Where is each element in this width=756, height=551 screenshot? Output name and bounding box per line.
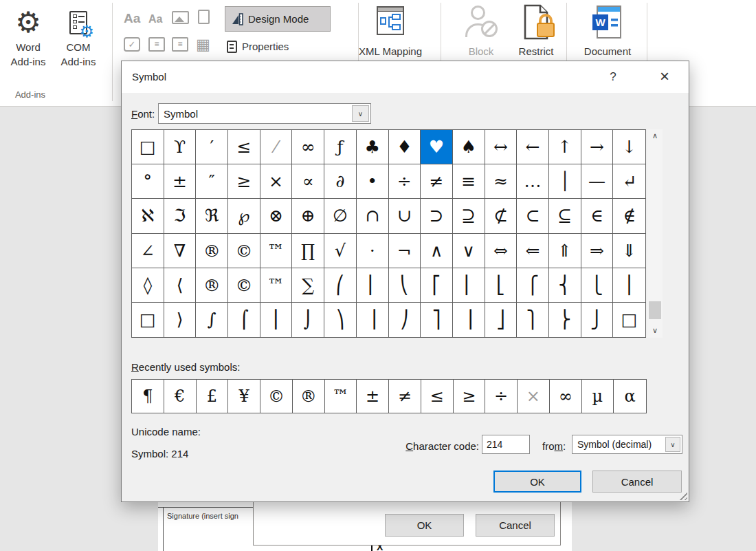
recent-symbol-cell[interactable]: µ [582,380,614,413]
symbol-cell[interactable]: • [357,164,389,199]
symbol-cell[interactable]: … [517,164,549,199]
symbol-cell[interactable]: ⎭ [581,303,614,337]
document-template-label[interactable]: Document [577,45,638,57]
symbol-cell[interactable]: ϒ [164,130,197,164]
symbol-cell[interactable]: □ [613,303,645,337]
symbol-cell[interactable]: ⊄ [485,199,518,233]
symbol-cell[interactable]: ⟩ [164,303,197,337]
symbol-cell[interactable]: ⇔ [485,234,518,268]
symbol-cell[interactable]: ⎢ [453,268,485,303]
symbol-cell[interactable]: ∫ [196,303,228,337]
building-block-gallery-icon[interactable] [198,10,210,24]
checkbox-content-control-icon[interactable]: ✓ [124,37,140,52]
recent-symbol-cell[interactable]: ≥ [454,380,486,413]
symbol-cell[interactable]: ′ [196,130,228,164]
symbol-cell[interactable]: ⇐ [517,234,549,268]
symbol-cell[interactable]: ∪ [389,199,421,233]
symbol-cell[interactable]: ∇ [164,234,197,268]
symbol-cell[interactable]: □ [132,130,164,164]
symbol-cell[interactable]: ⎫ [517,303,549,337]
recent-symbol-cell[interactable]: ÷ [485,380,518,413]
symbol-cell[interactable]: ℵ [132,199,164,233]
symbol-cell[interactable]: ⎟ [357,303,389,337]
symbol-cell[interactable]: ⁄ [260,130,293,164]
symbol-cell[interactable]: ℑ [164,199,197,233]
symbol-cell[interactable]: ® [196,268,228,303]
com-addins-button[interactable]: ⚙ COM Add-ins [54,6,103,69]
chevron-down-icon[interactable]: ∨ [352,105,369,122]
close-icon[interactable]: × [655,67,674,86]
date-picker-content-control-icon[interactable]: ▦ [196,36,210,53]
symbol-cell[interactable]: — [581,164,614,199]
symbol-cell[interactable]: ♦ [389,130,421,164]
restrict-editing-label[interactable]: Restrict [514,45,558,57]
symbol-cell[interactable]: ≥ [228,164,260,199]
symbol-cell[interactable]: ⇒ [581,234,614,268]
symbol-cell[interactable]: ♠ [453,130,485,164]
symbol-cell[interactable]: ⇓ [613,234,645,268]
rich-text-content-control-icon[interactable]: Aa [124,11,140,26]
symbol-cell[interactable]: ⌡ [292,303,324,337]
symbol-cell[interactable]: ⎥ [453,303,485,337]
symbol-cell[interactable]: ∈ [581,199,614,233]
symbol-cell[interactable]: ∠ [132,234,164,268]
symbol-cell[interactable]: ♣ [357,130,389,164]
recent-symbol-cell[interactable]: £ [197,380,229,413]
symbol-cell[interactable]: ∑ [292,268,324,303]
recent-symbol-cell[interactable]: × [518,380,550,413]
cancel-button[interactable]: Cancel [592,471,682,493]
grid-scrollbar[interactable]: ∧ ∨ [647,129,663,338]
character-code-input[interactable] [482,435,530,454]
scroll-up-icon[interactable]: ∧ [647,129,663,143]
design-mode-button[interactable]: Design Mode [225,6,331,32]
symbol-cell[interactable]: ™ [260,234,293,268]
symbol-cell[interactable]: ⟨ [164,268,197,303]
recent-symbol-cell[interactable]: € [164,380,197,413]
symbol-cell[interactable]: ⎧ [517,268,549,303]
symbol-cell[interactable]: ™ [260,268,293,303]
symbol-cell[interactable]: ⊃ [421,199,453,233]
symbol-cell[interactable]: ⋅ [357,234,389,268]
symbol-cell[interactable]: © [228,234,260,268]
recent-symbol-cell[interactable]: ≠ [389,380,421,413]
recent-symbol-cell[interactable]: ™ [325,380,357,413]
symbol-cell[interactable]: ⎡ [421,268,453,303]
symbol-cell[interactable]: ≠ [421,164,453,199]
picture-content-control-icon[interactable] [172,11,189,24]
plain-text-content-control-icon[interactable]: Aa [148,13,162,25]
symbol-cell[interactable]: → [581,130,614,164]
symbol-cell[interactable]: ∅ [324,199,357,233]
symbol-cell[interactable]: ⎩ [581,268,614,303]
symbol-cell[interactable]: ⊂ [517,199,549,233]
help-icon[interactable]: ? [605,69,621,85]
symbol-cell[interactable]: ⎣ [485,268,518,303]
ok-button[interactable]: OK [493,471,581,493]
symbol-cell[interactable]: ⊕ [292,199,324,233]
dropdown-list-content-control-icon[interactable]: ≡ [172,37,188,52]
properties-button[interactable]: Properties [227,37,330,56]
symbol-cell[interactable]: ⎦ [485,303,518,337]
symbol-cell[interactable]: ∝ [292,164,324,199]
symbol-cell[interactable]: ⊇ [453,199,485,233]
symbol-cell[interactable]: ″ [196,164,228,199]
symbol-cell[interactable]: ⎤ [421,303,453,337]
scrollbar-thumb[interactable] [649,301,661,319]
scroll-down-icon[interactable]: ∨ [647,324,663,338]
symbol-cell[interactable]: ® [196,234,228,268]
symbol-cell[interactable]: × [260,164,293,199]
symbol-cell[interactable]: ℜ [196,199,228,233]
symbol-cell[interactable]: ÷ [389,164,421,199]
symbol-cell[interactable]: √ [324,234,357,268]
symbol-cell[interactable]: ∞ [292,130,324,164]
recent-symbol-cell[interactable]: ≤ [421,380,454,413]
symbol-cell[interactable]: │ [549,164,581,199]
symbol-cell[interactable]: ⎪ [613,268,645,303]
symbol-cell[interactable]: ↑ [549,130,581,164]
symbol-cell[interactable]: ∨ [453,234,485,268]
symbol-cell[interactable]: ℘ [228,199,260,233]
symbol-cell[interactable]: ∏ [292,234,324,268]
recent-symbol-cell[interactable]: ¥ [228,380,260,413]
recent-symbol-cell[interactable]: ¶ [132,380,164,413]
from-dropdown[interactable]: Symbol (decimal) ∨ [572,435,682,454]
document-template-icon[interactable]: W [588,3,627,42]
